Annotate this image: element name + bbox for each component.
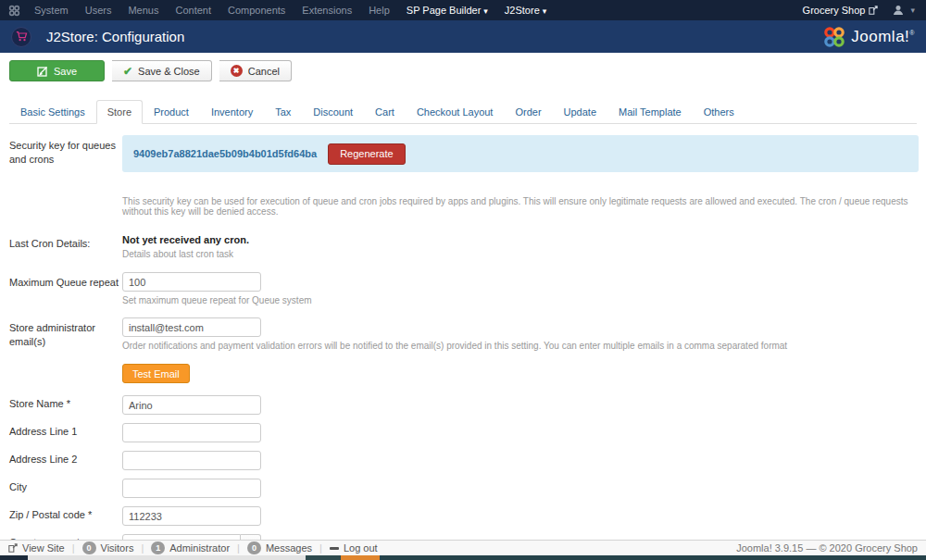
- messages-status[interactable]: 0 Messages: [247, 541, 312, 554]
- address1-input[interactable]: [122, 423, 261, 442]
- count-badge: 0: [82, 541, 96, 554]
- page-title: J2Store: Configuration: [46, 29, 184, 44]
- max-queue-input[interactable]: [122, 272, 261, 292]
- test-email-row: Test Email: [9, 364, 917, 383]
- tab-discount[interactable]: Discount: [302, 100, 364, 124]
- tab-order[interactable]: Order: [504, 100, 552, 124]
- field-label: Address Line 1: [9, 423, 122, 442]
- tab-basic-settings[interactable]: Basic Settings: [9, 100, 96, 124]
- count-badge: 0: [247, 541, 261, 554]
- menu-item-users[interactable]: Users: [77, 5, 120, 16]
- store-settings-form: Security key for queues and crons 9409eb…: [0, 124, 926, 560]
- joomla-logo-icon: [823, 26, 845, 48]
- tab-tax[interactable]: Tax: [264, 100, 302, 124]
- tab-inventory[interactable]: Inventory: [200, 100, 264, 124]
- admin-email-field: Store administrator email(s) Order notif…: [9, 317, 917, 351]
- field-help: Details about last cron task: [122, 249, 917, 259]
- tab-checkout-layout[interactable]: Checkout Layout: [406, 100, 505, 124]
- security-key-field: Security key for queues and crons 9409eb…: [9, 135, 917, 217]
- page-header: J2Store: Configuration Joomla!®: [0, 20, 926, 53]
- user-menu[interactable]: ▾: [887, 5, 926, 16]
- joomla-icon: [8, 5, 20, 17]
- security-key-value: 9409eb7a8821dae5b09b4b01d5fd64ba: [133, 148, 317, 159]
- field-label: Zip / Postal code *: [9, 506, 122, 526]
- field-help: This security key can be used for execut…: [122, 196, 919, 217]
- menu-item-sp-page-builder[interactable]: SP Page Builder▾: [398, 5, 496, 16]
- last-cron-field: Last Cron Details: Not yet received any …: [9, 233, 917, 259]
- external-link-icon: [8, 543, 18, 553]
- test-email-button[interactable]: Test Email: [122, 364, 190, 383]
- field-label: Store administrator email(s): [9, 317, 122, 351]
- user-icon: [893, 5, 904, 16]
- tab-store[interactable]: Store: [96, 100, 143, 124]
- field-label: Store Name *: [9, 395, 122, 415]
- menu-item-menus[interactable]: Menus: [119, 5, 167, 16]
- joomla-logo-text: Joomla!®: [851, 28, 915, 46]
- field-help: Set maximum queue repeat for Queue syste…: [122, 295, 917, 305]
- save-close-button[interactable]: ✔ Save & Close: [112, 60, 212, 81]
- external-link-icon: [869, 6, 878, 15]
- address2-input[interactable]: [122, 451, 261, 470]
- config-tabs: Basic Settings Store Product Inventory T…: [9, 100, 917, 124]
- field-label: Maximum Queue repeat: [9, 272, 122, 305]
- tab-product[interactable]: Product: [143, 100, 200, 124]
- field-label: Address Line 2: [9, 451, 122, 470]
- address1-field: Address Line 1: [9, 423, 917, 442]
- store-name-input[interactable]: [122, 395, 261, 415]
- menu-item-help[interactable]: Help: [360, 5, 398, 16]
- logout-link[interactable]: Log out: [330, 542, 378, 554]
- menu-item-j2store[interactable]: J2Store▾: [496, 5, 555, 16]
- version-text: Joomla! 3.9.15 — © 2020 Grocery Shop: [736, 542, 918, 554]
- tab-others[interactable]: Others: [693, 100, 745, 124]
- toolbar: Save ✔ Save & Close ✖ Cancel: [0, 53, 926, 89]
- count-badge: 1: [151, 541, 165, 554]
- field-label: City: [9, 479, 122, 498]
- zip-input[interactable]: [122, 506, 261, 526]
- logout-icon: [330, 547, 339, 550]
- zip-field: Zip / Postal code *: [9, 506, 917, 526]
- taskbar-strip: [0, 555, 926, 560]
- menu-item-content[interactable]: Content: [167, 5, 219, 16]
- cancel-button[interactable]: ✖ Cancel: [219, 60, 292, 81]
- menu-item-system[interactable]: System: [26, 5, 77, 16]
- joomla-logo: Joomla!®: [823, 26, 915, 48]
- max-queue-field: Maximum Queue repeat Set maximum queue r…: [9, 272, 917, 305]
- visitors-status[interactable]: 0 Visitors: [82, 541, 134, 554]
- chevron-down-icon: ▾: [543, 6, 547, 16]
- last-cron-value: Not yet received any cron.: [122, 233, 917, 245]
- administrator-status[interactable]: 1 Administrator: [151, 541, 230, 554]
- cancel-icon: ✖: [231, 65, 243, 77]
- site-preview-link[interactable]: Grocery Shop: [794, 5, 888, 16]
- store-name-field: Store Name *: [9, 395, 917, 415]
- field-label: Security key for queues and crons: [9, 135, 122, 217]
- regenerate-button[interactable]: Regenerate: [328, 143, 406, 165]
- tab-cart[interactable]: Cart: [364, 100, 406, 124]
- save-button[interactable]: Save: [9, 60, 105, 81]
- cart-icon: [11, 27, 31, 47]
- status-bar: View Site | 0 Visitors | 1 Administrator…: [0, 540, 926, 555]
- city-input[interactable]: [122, 479, 261, 498]
- chevron-down-icon: ▾: [910, 6, 915, 15]
- save-icon: [37, 66, 48, 77]
- city-field: City: [9, 479, 917, 498]
- admin-email-input[interactable]: [122, 317, 261, 337]
- check-icon: ✔: [123, 65, 132, 78]
- tab-update[interactable]: Update: [553, 100, 607, 124]
- menu-item-components[interactable]: Components: [219, 5, 294, 16]
- field-label: Last Cron Details:: [9, 233, 122, 259]
- admin-menu-bar: System Users Menus Content Components Ex…: [0, 0, 926, 20]
- tab-mail-template[interactable]: Mail Template: [607, 100, 693, 124]
- chevron-down-icon: ▾: [483, 6, 488, 16]
- view-site-link[interactable]: View Site: [8, 542, 65, 554]
- address2-field: Address Line 2: [9, 451, 917, 470]
- menu-item-extensions[interactable]: Extensions: [294, 5, 360, 16]
- field-help: Order notifications and payment validati…: [122, 341, 917, 351]
- security-key-alert: 9409eb7a8821dae5b09b4b01d5fd64ba Regener…: [122, 135, 919, 172]
